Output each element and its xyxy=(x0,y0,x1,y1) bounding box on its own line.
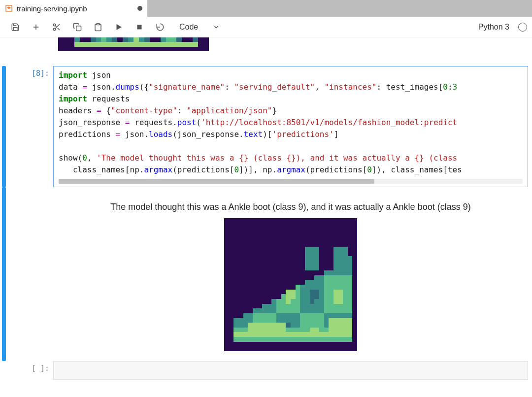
cell-type-label: Code xyxy=(179,23,198,32)
notebook-area[interactable]: [8]: import json data = json.dumps({"sig… xyxy=(0,37,532,397)
cell-prompt: [8]: xyxy=(10,66,53,187)
code-editor[interactable] xyxy=(59,364,523,376)
cell-type-select[interactable]: Code xyxy=(175,23,224,32)
restart-button[interactable] xyxy=(150,18,170,36)
jupyter-icon xyxy=(5,4,13,12)
output-image-wrap xyxy=(53,218,528,361)
svg-point-3 xyxy=(53,24,56,26)
insert-cell-button[interactable] xyxy=(26,18,46,36)
code-input-area[interactable]: import json data = json.dumps({"signatur… xyxy=(53,66,528,187)
chevron-down-icon xyxy=(213,24,220,31)
paste-button[interactable] xyxy=(88,18,108,36)
tab-bar: training-serving.ipynb xyxy=(0,0,532,17)
svg-rect-11 xyxy=(137,25,142,29)
copy-button[interactable] xyxy=(67,18,88,36)
dirty-indicator-icon xyxy=(137,6,142,11)
save-button[interactable] xyxy=(5,18,26,36)
prev-output-image xyxy=(58,37,209,51)
output-image xyxy=(224,218,357,351)
horizontal-scrollbar[interactable] xyxy=(59,179,523,184)
cut-button[interactable] xyxy=(46,18,67,36)
kernel-name[interactable]: Python 3 xyxy=(478,23,509,32)
svg-line-6 xyxy=(58,28,60,30)
svg-rect-8 xyxy=(76,26,81,31)
interrupt-button[interactable] xyxy=(129,18,150,36)
output-cell-8: The model thought this was a Ankle boot … xyxy=(0,187,532,361)
app-root: training-serving.ipynb Code Python 3 [8]… xyxy=(0,0,532,397)
svg-line-7 xyxy=(55,26,57,27)
scrollbar-thumb[interactable] xyxy=(59,179,374,184)
kernel-status-icon xyxy=(518,23,527,32)
output-text: The model thought this was a Ankle boot … xyxy=(53,187,528,218)
svg-point-4 xyxy=(53,28,56,31)
code-cell-8[interactable]: [8]: import json data = json.dumps({"sig… xyxy=(0,66,532,187)
code-editor[interactable]: import json data = json.dumps({"signatur… xyxy=(59,69,523,176)
cell-prompt: [ ]: xyxy=(10,361,53,380)
tab-title: training-serving.ipynb xyxy=(17,4,133,13)
cell-collapser[interactable] xyxy=(2,66,6,187)
output-prompt xyxy=(10,187,53,361)
notebook-toolbar: Code Python 3 xyxy=(0,17,532,37)
svg-marker-10 xyxy=(117,24,122,30)
output-collapser[interactable] xyxy=(2,187,6,361)
svg-rect-9 xyxy=(97,23,100,25)
empty-code-cell[interactable]: [ ]: xyxy=(0,361,532,380)
notebook-tab[interactable]: training-serving.ipynb xyxy=(0,0,148,17)
run-button[interactable] xyxy=(108,18,129,36)
cell-collapser[interactable] xyxy=(2,361,6,380)
code-input-area[interactable] xyxy=(53,361,528,380)
